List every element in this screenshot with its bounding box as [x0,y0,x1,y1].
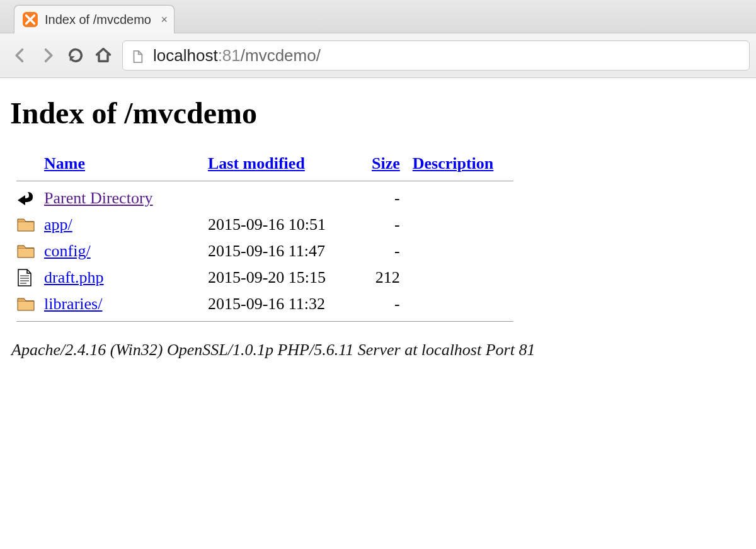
listing-size: - [369,291,410,317]
listing-size: - [369,212,410,238]
listing-row: libraries/ 2015-09-16 11:32 - [14,291,524,317]
parent-directory-link[interactable]: Parent Directory [42,185,205,212]
back-button[interactable] [6,42,34,69]
folder-icon [14,291,42,317]
url-path: /mvcdemo/ [241,46,321,65]
page-icon [130,48,144,62]
tab-strip: Index of /mvcdemo × [0,0,756,33]
parent-size: - [369,185,410,212]
parent-directory-row: Parent Directory - [14,185,524,212]
address-bar[interactable]: localhost:81/mvcdemo/ [122,40,750,71]
close-icon[interactable]: × [161,13,168,26]
server-signature: Apache/2.4.16 (Win32) OpenSSL/1.0.1p PHP… [11,341,746,359]
browser-toolbar: localhost:81/mvcdemo/ [0,33,756,78]
parent-modified [205,185,369,212]
forward-button[interactable] [34,42,62,69]
listing-row: app/ 2015-09-16 10:51 - [14,212,524,238]
tab-title: Index of /mvcdemo [45,13,151,27]
file-icon [14,264,42,291]
url-host: localhost [153,46,218,65]
header-description[interactable]: Description [410,150,524,177]
listing-modified: 2015-09-16 11:32 [205,291,369,317]
directory-listing: Name Last modified Size Description Pare… [14,150,524,325]
listing-name[interactable]: draft.php [42,264,205,291]
page-content: Index of /mvcdemo Name Last modified Siz… [0,78,756,371]
parent-description [410,185,524,212]
divider [16,181,513,181]
header-name[interactable]: Name [42,150,205,177]
listing-header-row: Name Last modified Size Description [14,150,524,177]
browser-tab[interactable]: Index of /mvcdemo × [14,5,175,33]
listing-name[interactable]: config/ [42,238,205,264]
url-port: :81 [218,46,241,65]
header-size[interactable]: Size [369,150,410,177]
listing-description [410,212,524,238]
listing-modified: 2015-09-16 10:51 [205,212,369,238]
listing-row: draft.php 2015-09-20 15:15 212 [14,264,524,291]
back-arrow-icon [14,185,42,212]
page-title: Index of /mvcdemo [10,96,746,130]
home-button[interactable] [89,42,117,69]
listing-name[interactable]: libraries/ [42,291,205,317]
listing-size: - [369,238,410,264]
listing-modified: 2015-09-16 11:47 [205,238,369,264]
folder-icon [14,238,42,264]
listing-size: 212 [369,264,410,291]
listing-modified: 2015-09-20 15:15 [205,264,369,291]
header-icon-cell [14,150,42,177]
folder-icon [14,212,42,238]
header-modified[interactable]: Last modified [205,150,369,177]
divider [16,321,513,322]
listing-row: config/ 2015-09-16 11:47 - [14,238,524,264]
listing-name[interactable]: app/ [42,212,205,238]
xampp-icon [22,11,38,28]
reload-button[interactable] [62,42,89,69]
listing-description [410,291,524,317]
listing-description [410,238,524,264]
listing-description [410,264,524,291]
